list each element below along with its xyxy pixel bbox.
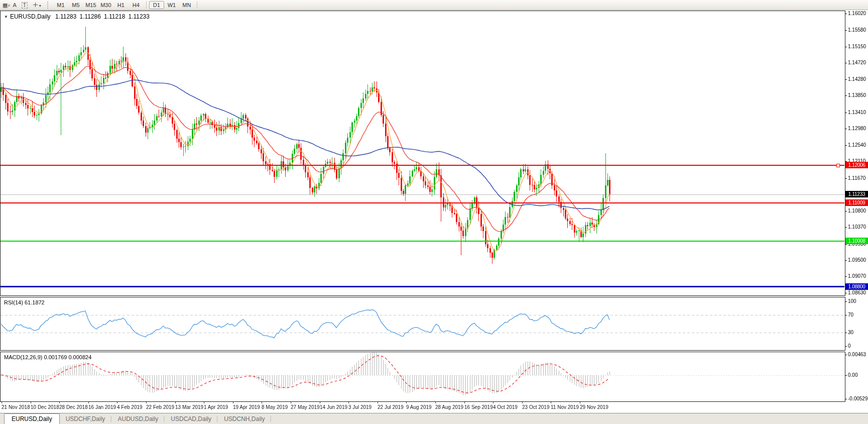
timeframe-button-w1[interactable]: W1 (164, 1, 179, 9)
quote-low: 1.11218 (104, 13, 126, 20)
price-axis-label: 1.12980 (848, 126, 866, 131)
price-axis-label: 1.15580 (848, 27, 866, 33)
x-axis-date-label: 16 Sep 2019 (464, 404, 493, 410)
macd-axis-label: 0.00 (848, 372, 857, 378)
x-axis-date-label: 22 Feb 2019 (146, 404, 174, 410)
price-badge-1.10008: 1.10008 (845, 238, 868, 244)
tab-usdcad-daily[interactable]: USDCAD,Daily (165, 413, 216, 424)
crosshair-tool-button[interactable]: ▾ (30, 1, 44, 9)
price-axis-label: 1.15150 (848, 44, 866, 49)
toolbar-separator (146, 1, 147, 9)
price-axis-label: 1.13850 (848, 92, 866, 98)
macd-title: MACD(12,26,9) 0.001769 0.000824 (4, 354, 91, 360)
x-axis-date-label: 23 Oct 2019 (522, 404, 549, 410)
x-axis-date-label: 4 Feb 2019 (117, 404, 143, 410)
toolbar-separator (197, 1, 197, 9)
macd-axis-label: 0.00463 (848, 352, 866, 357)
rsi-title: RSI(14) 61.1872 (4, 299, 45, 305)
rsi-axis-label: 100 (848, 298, 856, 304)
text-box-glyph: T (22, 2, 28, 9)
chart-title: ▼EURUSD,Daily 1.112831.112861.112181.112… (4, 13, 153, 20)
grid-glyph: ▦ (3, 2, 8, 8)
x-axis-date-label: 27 May 2019 (291, 404, 320, 410)
timeframe-button-mn[interactable]: MN (179, 1, 194, 9)
quote-high: 1.11286 (79, 13, 101, 20)
symbol-label: EURUSD,Daily (10, 13, 51, 20)
price-axis-label: 1.14720 (848, 60, 866, 65)
macd-name: MACD(12,26,9) (4, 354, 42, 360)
rsi-value: 61.1872 (25, 299, 45, 305)
x-axis-date-label: 11 Nov 2019 (551, 404, 579, 410)
quote-open: 1.11283 (55, 13, 77, 20)
tab-eurusd-daily[interactable]: EURUSD,Daily (4, 413, 60, 424)
chart-canvas[interactable] (0, 0, 868, 424)
price-axis-label: 1.09070 (848, 273, 866, 279)
timeframe-button-m5[interactable]: M5 (68, 1, 83, 9)
x-axis-date-label: 21 Nov 2018 (2, 404, 30, 410)
quote-close: 1.11233 (128, 13, 150, 20)
current-price-badge: 1.11233 (845, 191, 868, 197)
x-axis-date-label: 8 May 2019 (262, 404, 288, 410)
hline-1.10008[interactable] (1, 241, 844, 242)
crosshair-icon (33, 3, 38, 7)
symbol-tab-bar: EURUSD,DailyUSDCHF,Daily|AUDUSD,Daily|US… (0, 413, 868, 424)
annotation-a-icon[interactable]: A (10, 1, 19, 9)
price-badge-1.11009: 1.11009 (845, 199, 868, 206)
price-badge-1.08800: 1.08800 (845, 283, 868, 290)
tab-usdchf-daily[interactable]: USDCHF,Daily (60, 413, 110, 424)
chevron-down-icon: ▾ (39, 4, 41, 8)
x-axis-date-label: 1 Apr 2019 (204, 404, 228, 410)
tab-audusd-daily[interactable]: AUDUSD,Daily (112, 413, 164, 424)
x-axis-date-label: 9 Aug 2019 (406, 404, 432, 410)
hline-1.11009[interactable] (1, 202, 844, 203)
x-axis-date-label: 28 Dec 2018 (59, 404, 88, 410)
x-axis-date-label: 16 Jan 2019 (88, 404, 116, 410)
price-badge-1.12006: 1.12006 (845, 162, 868, 168)
rsi-name: RSI(14) (4, 299, 23, 305)
price-axis-label: 1.09500 (848, 257, 866, 263)
x-axis-date-label: 19 Apr 2019 (233, 404, 260, 410)
toolbar-grip[interactable] (47, 2, 50, 9)
top-toolbar: ▦F A T ▾ M1M5M15M30H1H4D1W1MN (0, 0, 868, 10)
x-axis-date-label: 29 Nov 2019 (580, 404, 608, 410)
x-axis-date-label: 10 Dec 2018 (31, 404, 59, 410)
tab-divider: | (270, 413, 271, 424)
hline-handle[interactable] (836, 164, 840, 167)
macd-axis-label: -0.005299 (848, 396, 868, 401)
rsi-axis-label: 30 (848, 330, 853, 335)
timeframe-button-h4[interactable]: H4 (129, 1, 144, 9)
x-axis-date-label: 14 Jun 2019 (320, 404, 347, 410)
hline-1.08800[interactable] (1, 286, 844, 287)
price-axis-label: 1.11670 (848, 175, 865, 181)
price-axis-label: 1.08630 (848, 290, 866, 295)
chart-grid-icon[interactable]: ▦F (0, 1, 10, 9)
macd-values: 0.001769 0.000824 (44, 354, 91, 360)
x-axis-date-label: 3 Jul 2019 (348, 404, 371, 410)
timeframe-button-m30[interactable]: M30 (98, 1, 113, 9)
text-box-icon[interactable]: T (19, 1, 30, 9)
x-axis-date-label: 28 Aug 2019 (435, 404, 463, 410)
timeframe-button-m15[interactable]: M15 (83, 1, 98, 9)
hline-1.12006[interactable] (1, 165, 844, 166)
timeframe-button-m1[interactable]: M1 (53, 1, 68, 9)
rsi-axis-label: 0 (848, 343, 851, 349)
collapse-triangle-icon[interactable]: ▼ (4, 15, 8, 19)
price-axis-label: 1.13410 (848, 110, 866, 115)
x-axis-date-label: 22 Jul 2019 (378, 404, 404, 410)
timeframe-button-d1[interactable]: D1 (149, 1, 164, 9)
timeframe-group: M1M5M15M30H1H4D1W1MN (53, 1, 194, 9)
price-axis-label: 1.16020 (848, 11, 866, 16)
price-axis-label: 1.10370 (848, 224, 866, 230)
price-axis-label: 1.12540 (848, 142, 866, 148)
timeframe-button-h1[interactable]: H1 (113, 1, 129, 9)
x-axis-date-label: 4 Oct 2019 (493, 404, 518, 410)
price-axis-label: 1.14280 (848, 76, 866, 82)
rsi-axis-label: 70 (848, 312, 853, 317)
tab-usdcnh-daily[interactable]: USDCNH,Daily (218, 413, 270, 424)
price-axis-label: 1.10800 (848, 208, 866, 214)
x-axis-date-label: 13 Mar 2019 (175, 404, 203, 410)
